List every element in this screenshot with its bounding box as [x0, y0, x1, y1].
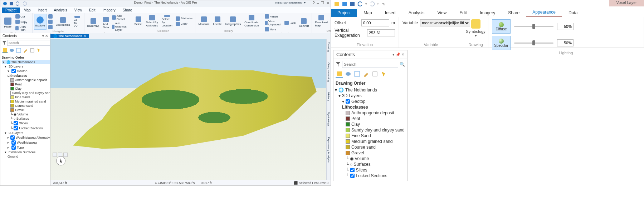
group-locked-right[interactable]: └ Locked Sections: [335, 173, 406, 179]
search-icon-right[interactable]: 🔍: [400, 62, 405, 67]
ribbon-tab-map[interactable]: Map: [20, 8, 34, 13]
copy-button[interactable]: Copy: [14, 19, 30, 24]
mode-surfaces-right[interactable]: └ ○ Surfaces: [335, 161, 406, 167]
ribbon-tab-right-data[interactable]: Data: [562, 9, 584, 17]
close-tab-icon[interactable]: ✕: [83, 34, 86, 38]
pause-labels-button[interactable]: Pause: [264, 14, 283, 19]
offset-input[interactable]: [361, 19, 389, 26]
layer-2d-1[interactable]: ▸ Westfrisiaweg: [2, 140, 50, 145]
view-unplaced-button[interactable]: View Unplaced: [264, 19, 283, 26]
pane-close-icon[interactable]: ✕: [45, 34, 48, 38]
convert-labels-button[interactable]: Convert: [297, 16, 310, 30]
list-selection-icon-right[interactable]: [353, 70, 361, 78]
ribbon-tab-right-appearance[interactable]: Appearance: [526, 8, 562, 17]
close-icon[interactable]: ✕: [326, 1, 329, 5]
coord-conversion-button[interactable]: Coordinate Conversion: [243, 14, 260, 28]
help-icon[interactable]: ?: [313, 1, 315, 5]
ribbon-tab-edit[interactable]: Edit: [86, 8, 99, 13]
more-labeling-button[interactable]: More: [264, 27, 283, 32]
bookmarks-button[interactable]: Bookmarks: [54, 15, 72, 29]
nav-icon-1[interactable]: [47, 14, 54, 19]
symbology-button[interactable]: Symbology ▾: [466, 19, 485, 38]
paste-button[interactable]: Paste: [2, 15, 14, 31]
ribbon-tab-right-edit[interactable]: Edit: [453, 9, 473, 17]
minimize-icon[interactable]: –: [317, 1, 319, 5]
view-tool-1-icon[interactable]: [53, 153, 57, 157]
add-graphics-layer-button[interactable]: Add Graphics Layer: [111, 21, 130, 32]
search-input-right[interactable]: [342, 61, 398, 68]
variable-select[interactable]: meest waarschijnlijke litl: [420, 19, 470, 26]
mode-surfaces[interactable]: └ ○ Surfaces: [2, 116, 50, 121]
group-locked[interactable]: └ Locked Sections: [2, 126, 50, 131]
locate-button[interactable]: Locate: [212, 14, 223, 28]
restore-icon[interactable]: ❐: [321, 1, 324, 5]
diffuse-pct-input[interactable]: [557, 23, 574, 30]
select-by-location-button[interactable]: Select By Location: [160, 14, 174, 28]
ribbon-tab-right-project[interactable]: Project: [331, 9, 357, 17]
undo-menu-icon[interactable]: ▾: [365, 2, 367, 6]
legend-item-5[interactable]: Medium grained sand: [2, 99, 50, 104]
diffuse-button[interactable]: Diffuse: [492, 19, 511, 34]
map-tab[interactable]: 🌐 The Netherlands ✕: [50, 34, 89, 38]
ribbon-tab-right-insert[interactable]: Insert: [379, 9, 402, 17]
pane-menu-icon[interactable]: ▾: [392, 53, 394, 56]
clear-selection-button[interactable]: Clear: [175, 21, 194, 26]
view-tool-3-icon[interactable]: [63, 153, 68, 157]
pane-close-right-icon[interactable]: ✕: [401, 53, 404, 56]
legend-item-4[interactable]: Fine Sand: [2, 95, 50, 99]
list-source-icon-right[interactable]: [345, 70, 352, 78]
redo-menu-icon[interactable]: ▾: [377, 2, 379, 6]
filter-icon[interactable]: [2, 41, 6, 45]
specular-slider[interactable]: [514, 43, 553, 44]
list-drawing-order-icon[interactable]: [2, 48, 8, 53]
download-map-button[interactable]: Download Map: [313, 14, 329, 28]
list-drawing-order-icon-right[interactable]: [336, 70, 343, 78]
ribbon-tab-right-share[interactable]: Share: [502, 9, 526, 17]
ribbon-tab-imagery[interactable]: Imagery: [99, 8, 119, 13]
legend-item-1[interactable]: Peat: [2, 82, 50, 86]
docked-tab-exploratory-analysis[interactable]: Exploratory Analysis: [327, 137, 330, 163]
cut-button[interactable]: Cut: [14, 14, 30, 19]
nav-icon-3[interactable]: [47, 25, 54, 30]
legend-item-6[interactable]: Course sand: [2, 104, 50, 108]
group-elevation-surfaces[interactable]: ▾Elevation Surfaces: [2, 150, 50, 154]
group-3d-layers-right[interactable]: ▾ 3D Layers: [335, 93, 406, 99]
diffuse-slider[interactable]: [514, 26, 553, 27]
goto-xy-button[interactable]: Go To XY: [72, 15, 83, 29]
group-2d-layers[interactable]: ▾2D Layers: [2, 131, 50, 135]
group-slices[interactable]: └ Slices: [2, 121, 50, 126]
list-labeling-icon[interactable]: [36, 48, 42, 53]
group-3d-layers[interactable]: ▾3D Layers: [2, 64, 50, 69]
select-button[interactable]: Select: [133, 14, 143, 28]
ribbon-tab-analysis[interactable]: Analysis: [50, 8, 71, 13]
add-data-button[interactable]: Add Data: [102, 16, 111, 30]
mode-volume[interactable]: └ ◉ Volume: [2, 112, 50, 116]
undo-icon[interactable]: [15, 1, 20, 6]
docked-tab-symbology[interactable]: Symbology: [327, 112, 330, 126]
legend-item-2[interactable]: Clay: [2, 86, 50, 91]
list-labeling-icon-right[interactable]: [380, 70, 387, 78]
map-node-right[interactable]: ▾ 🌐 The Netherlands: [335, 87, 406, 93]
list-selection-icon[interactable]: [16, 48, 21, 53]
ribbon-tab-right-view[interactable]: View: [431, 9, 453, 17]
measure-button[interactable]: Measure: [197, 14, 211, 28]
legend-item-right-5[interactable]: Medium grained sand: [335, 139, 406, 144]
mode-volume-right[interactable]: └ ◉ Volume: [335, 156, 406, 161]
basemap-button[interactable]: Basemap: [86, 16, 101, 30]
legend-item-right-0[interactable]: Anthropogenic deposit: [335, 110, 406, 116]
pane-pin-icon[interactable]: 📌: [396, 53, 400, 56]
ribbon-tab-insert[interactable]: Insert: [34, 8, 50, 13]
attributes-button[interactable]: Attributes: [175, 16, 194, 21]
nav-icon-2[interactable]: [47, 19, 54, 24]
status-scale[interactable]: 708,547 ft: [53, 181, 67, 185]
legend-item-0[interactable]: Anthropogenic deposit: [2, 78, 50, 82]
layer-geotop[interactable]: ▾ Geotop: [2, 69, 50, 74]
vexag-input[interactable]: [367, 29, 395, 36]
legend-item-right-6[interactable]: Course sand: [335, 144, 406, 150]
specular-pct-input[interactable]: [557, 39, 574, 46]
ribbon-tab-project[interactable]: Project: [2, 8, 20, 13]
docked-tab-history[interactable]: History: [327, 92, 330, 101]
redo-icon[interactable]: [22, 1, 27, 6]
ground-layer[interactable]: Ground: [2, 154, 50, 159]
legend-item-7[interactable]: Gravel: [2, 108, 50, 112]
